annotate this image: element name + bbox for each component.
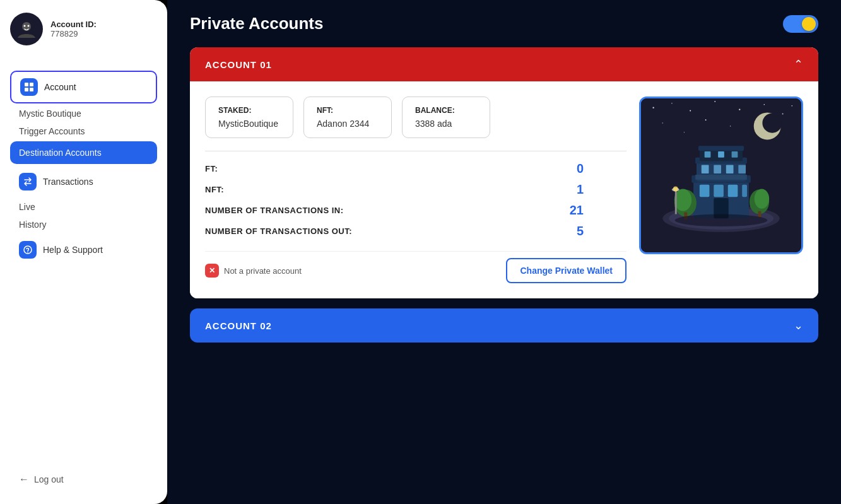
- account-01-title: ACCOUNT 01: [205, 59, 272, 70]
- content-area: ACCOUNT 01 ⌃ STAKED: MysticBoutique NFT: [167, 47, 841, 365]
- sidebar-item-live[interactable]: Live: [10, 199, 157, 214]
- nft-value: Adanon 2344: [317, 119, 379, 129]
- transactions-label: Transactions: [43, 177, 93, 187]
- svg-point-15: [739, 108, 740, 110]
- account-01-body-row: STAKED: MysticBoutique NFT: Adanon 2344 …: [205, 97, 803, 283]
- logout-button[interactable]: ← Log out: [10, 467, 157, 491]
- main-content: Private Accounts ACCOUNT 01 ⌃ STAKED:: [167, 0, 841, 504]
- account-02-header[interactable]: ACCOUNT 02 ⌄: [190, 308, 818, 343]
- account-id-number: 778829: [50, 29, 97, 38]
- help-icon: [19, 241, 37, 259]
- svg-point-21: [705, 119, 707, 120]
- change-wallet-button[interactable]: Change Private Wallet: [506, 258, 626, 283]
- svg-point-2: [24, 25, 26, 27]
- nft-count-label: NFT:: [205, 185, 224, 194]
- x-icon: ✕: [205, 264, 219, 278]
- account-01-body: STAKED: MysticBoutique NFT: Adanon 2344 …: [190, 81, 818, 298]
- staked-label: STAKED:: [218, 106, 280, 115]
- svg-rect-44: [718, 151, 724, 158]
- svg-point-49: [674, 189, 691, 211]
- svg-point-13: [690, 110, 691, 112]
- nft-box: NFT: Adanon 2344: [303, 97, 392, 138]
- nav-section: Account Mystic Boutique Trigger Accounts…: [10, 71, 157, 467]
- account-01-header[interactable]: ACCOUNT 01 ⌃: [190, 47, 818, 81]
- svg-point-52: [755, 189, 769, 208]
- sidebar-item-help-support[interactable]: Help & Support: [10, 235, 157, 265]
- svg-point-12: [671, 103, 673, 104]
- svg-rect-41: [726, 165, 734, 173]
- avatar: [10, 13, 43, 45]
- help-support-label: Help & Support: [43, 245, 103, 255]
- svg-rect-6: [25, 88, 28, 91]
- topbar: Private Accounts: [167, 0, 841, 47]
- svg-rect-40: [714, 165, 721, 173]
- account-02-card: ACCOUNT 02 ⌄: [190, 308, 818, 343]
- profile-info: Account ID: 778829: [50, 20, 97, 38]
- tx-in-value: 21: [546, 203, 584, 218]
- transactions-icon: [19, 173, 37, 190]
- nft-count-value: 1: [546, 182, 584, 197]
- svg-rect-4: [25, 83, 28, 86]
- svg-rect-39: [702, 165, 709, 173]
- nft-label: NFT:: [317, 106, 379, 115]
- sidebar: Account ID: 778829 Account Mystic Boutiq…: [0, 0, 167, 504]
- account-02-title: ACCOUNT 02: [205, 320, 272, 331]
- sidebar-item-trigger-accounts[interactable]: Trigger Accounts: [10, 124, 157, 139]
- svg-rect-42: [738, 165, 746, 173]
- stats-divider: [205, 151, 626, 151]
- tx-out-value: 5: [546, 224, 584, 238]
- svg-point-17: [782, 113, 784, 114]
- page-title: Private Accounts: [190, 14, 323, 33]
- sidebar-item-transactions[interactable]: Transactions: [10, 167, 157, 197]
- svg-rect-47: [695, 175, 747, 180]
- logout-label: Log out: [34, 474, 64, 484]
- not-private-badge: ✕ Not a private account: [205, 264, 302, 278]
- account-01-stats-row: STAKED: MysticBoutique NFT: Adanon 2344 …: [205, 97, 626, 138]
- svg-rect-7: [30, 88, 33, 91]
- svg-point-22: [730, 126, 731, 126]
- svg-rect-45: [732, 151, 738, 158]
- account-id-label: Account ID:: [50, 20, 97, 29]
- ft-row: FT: 0: [205, 161, 584, 176]
- balance-value: 3388 ada: [415, 119, 477, 129]
- not-private-text: Not a private account: [224, 266, 302, 276]
- svg-rect-5: [30, 83, 33, 86]
- sidebar-item-account[interactable]: Account: [10, 71, 157, 103]
- toggle-knob: [802, 17, 816, 31]
- nft-image-box: [639, 97, 803, 254]
- staked-value: MysticBoutique: [218, 119, 280, 129]
- svg-rect-37: [728, 185, 738, 197]
- svg-rect-36: [714, 185, 724, 197]
- account-01-info-col: STAKED: MysticBoutique NFT: Adanon 2344 …: [205, 97, 626, 283]
- svg-point-56: [673, 187, 678, 192]
- profile-section: Account ID: 778829: [10, 13, 157, 52]
- svg-point-16: [764, 104, 765, 105]
- destination-accounts-label: Destination Accounts: [19, 148, 102, 158]
- balance-label: BALANCE:: [415, 106, 477, 115]
- svg-point-18: [792, 105, 792, 106]
- tx-in-row: NUMBER OF TRANSACTIONS IN: 21: [205, 203, 584, 218]
- svg-rect-34: [698, 146, 744, 151]
- svg-point-11: [652, 107, 654, 108]
- account-01-chevron: ⌃: [794, 57, 803, 71]
- logout-icon: ←: [19, 474, 29, 485]
- tx-in-label: NUMBER OF TRANSACTIONS IN:: [205, 206, 344, 215]
- account-01-card: ACCOUNT 01 ⌃ STAKED: MysticBoutique NFT: [190, 47, 818, 298]
- ft-label: FT:: [205, 164, 218, 173]
- account-label: Account: [44, 82, 76, 92]
- svg-point-19: [662, 122, 663, 124]
- theme-toggle[interactable]: [783, 15, 818, 33]
- svg-point-3: [28, 25, 30, 27]
- svg-rect-54: [675, 189, 677, 214]
- svg-rect-43: [705, 151, 711, 158]
- svg-point-14: [714, 101, 715, 102]
- svg-point-9: [27, 252, 28, 252]
- svg-point-57: [675, 214, 767, 226]
- sidebar-item-mystic-boutique[interactable]: Mystic Boutique: [10, 106, 157, 121]
- grid-icon: [20, 78, 38, 96]
- svg-rect-53: [758, 211, 762, 218]
- account-01-footer: ✕ Not a private account Change Private W…: [205, 251, 626, 283]
- sidebar-item-history[interactable]: History: [10, 217, 157, 232]
- sidebar-item-destination-accounts[interactable]: Destination Accounts: [10, 141, 157, 164]
- svg-point-20: [684, 132, 685, 132]
